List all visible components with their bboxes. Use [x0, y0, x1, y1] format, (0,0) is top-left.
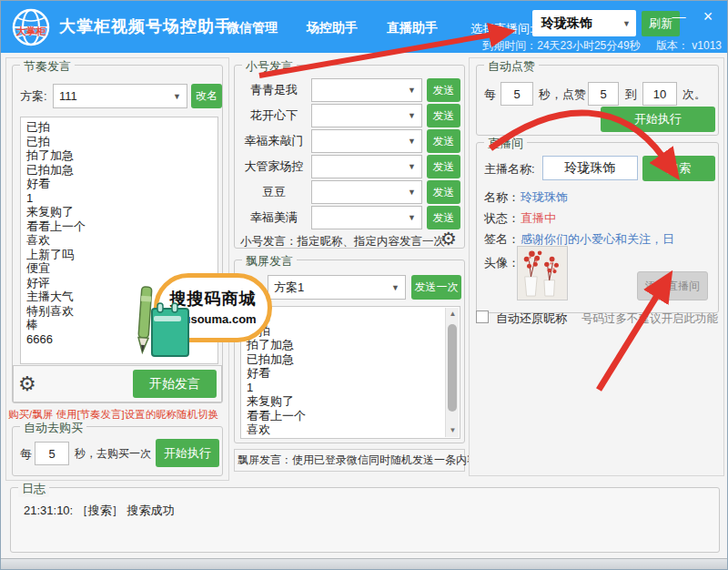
chevron-down-icon: ▼: [173, 92, 181, 101]
alt-message-dropdown[interactable]: ▼: [311, 129, 422, 153]
send-button[interactable]: 发送: [427, 129, 460, 153]
alt-account-title: 小号发言: [242, 58, 297, 75]
expire-info: 到期时间：24天23小时25分49秒 版本： v1013: [482, 38, 722, 54]
auto-like-max-input[interactable]: [642, 82, 677, 106]
send-once-button[interactable]: 发送一次: [411, 275, 461, 300]
restore-nickname-label: 自动还原昵称: [496, 310, 567, 327]
alt-message-dropdown[interactable]: ▼: [311, 206, 422, 229]
auto-buy-group: 自动去购买 每 秒，去购买一次 开始执行: [12, 426, 223, 476]
log-group: 日志 21:31:10: ［搜索］ 搜索成功: [10, 487, 720, 553]
auto-like-interval-input[interactable]: [500, 82, 533, 106]
app-window: 大掌柜 大掌柜视频号场控助手 微信管理 场控助手 直播助手 选择直播间: 玲珑珠…: [0, 0, 728, 570]
rhythm-plan-dropdown[interactable]: 111 ▼: [53, 84, 187, 108]
auto-like-mid-label: 秒，点赞: [539, 87, 586, 103]
room-status-label: 状态：: [484, 210, 520, 227]
version-label: 版本： v1013: [656, 39, 722, 52]
alt-message-dropdown[interactable]: ▼: [311, 78, 422, 102]
log-title: 日志: [18, 481, 49, 497]
chevron-down-icon: ▼: [408, 188, 416, 197]
tab-wechat-manage[interactable]: 微信管理: [227, 20, 278, 36]
auto-buy-every-label: 每: [20, 446, 32, 463]
float-plan-value: 方案1: [274, 280, 391, 296]
chevron-down-icon: ▼: [408, 86, 416, 95]
anchor-name-input[interactable]: [542, 156, 638, 180]
send-button[interactable]: 发送: [427, 206, 460, 229]
auto-buy-suffix-label: 秒，去购买一次: [75, 446, 151, 462]
auto-like-to-label: 到: [625, 87, 637, 103]
alt-message-dropdown[interactable]: ▼: [311, 180, 422, 204]
send-button[interactable]: 发送: [427, 180, 460, 204]
alt-account-speech-group: 小号发言 青青是我 ▼ 发送 花开心下 ▼ 发送 幸福来敲门 ▼ 发送 大管家场…: [234, 65, 465, 249]
chevron-down-icon: ▼: [391, 283, 399, 292]
gear-icon[interactable]: ⚙: [18, 374, 36, 394]
chevron-down-icon: ▼: [622, 19, 631, 28]
alt-account-name: 大管家场控: [237, 158, 311, 175]
room-select-dropdown[interactable]: 玲珑珠饰 ▼: [532, 10, 636, 36]
room-name-value: 玲珑珠饰: [521, 189, 568, 206]
live-room-title: 直播间: [484, 136, 527, 152]
alt-account-name: 豆豆: [237, 184, 311, 200]
auto-buy-interval-input[interactable]: [35, 442, 69, 465]
room-sign-label: 签名：: [484, 231, 520, 248]
close-icon[interactable]: ×: [698, 6, 718, 26]
room-select-label: 选择直播间:: [470, 21, 533, 37]
alt-message-dropdown[interactable]: ▼: [311, 104, 422, 127]
search-button[interactable]: 搜索: [642, 156, 715, 181]
float-plan-dropdown[interactable]: 方案1 ▼: [268, 275, 406, 300]
float-message-list: 已拍 已拍 拍了加急 已拍加急 好看 1 来复购了 看看上一个 喜欢 上新了吗 …: [241, 307, 441, 438]
chevron-down-icon: ▼: [408, 162, 416, 171]
chevron-down-icon: ▼: [408, 111, 416, 120]
logo-text: 大掌柜: [8, 25, 54, 38]
watermark-pen-notebook-icon: [126, 280, 192, 361]
chevron-down-icon: ▼: [408, 213, 416, 222]
alt-message-dropdown[interactable]: ▼: [311, 155, 422, 178]
plan-label: 方案:: [20, 88, 47, 105]
tab-scene-assistant[interactable]: 场控助手: [307, 20, 358, 36]
alt-account-name: 青青是我: [237, 82, 311, 98]
alt-row: 幸福来敲门 ▼ 发送: [237, 129, 460, 153]
start-speech-button[interactable]: 开始发言: [133, 370, 217, 398]
auto-buy-start-button[interactable]: 开始执行: [156, 439, 219, 467]
float-message-listbox[interactable]: 已拍 已拍 拍了加急 已拍加急 好看 1 来复购了 看看上一个 喜欢 上新了吗 …: [240, 306, 460, 439]
send-button[interactable]: 发送: [427, 104, 460, 127]
scrollbar[interactable]: ▲ ▼: [445, 308, 459, 437]
add-live-room-button[interactable]: 添加直播间: [637, 271, 708, 300]
alt-row: 大管家场控 ▼ 发送: [237, 155, 460, 178]
scrollbar-thumb[interactable]: [448, 324, 457, 412]
room-status-value: 直播中: [521, 210, 556, 227]
minimize-icon[interactable]: —: [669, 6, 689, 26]
avatar-image: [517, 246, 568, 300]
rhythm-toolbar: ⚙ 开始发言: [13, 365, 222, 402]
log-entry: 21:31:10: ［搜索］ 搜索成功: [24, 503, 174, 519]
float-panel-note: 飘屏发言：使用已登录微信同时随机发送一条内容: [238, 453, 478, 468]
alt-account-name: 幸福来敲门: [237, 133, 311, 149]
float-screen-title: 飘屏发言: [242, 253, 297, 270]
room-select-value: 玲珑珠饰: [541, 15, 622, 32]
auto-like-title: 自动点赞: [484, 58, 539, 75]
scroll-down-icon[interactable]: ▼: [446, 424, 460, 437]
auto-like-every-label: 每: [484, 87, 496, 103]
send-button[interactable]: 发送: [427, 155, 460, 178]
window-bottom-edge: [1, 558, 728, 570]
alt-account-name: 幸福美满: [237, 209, 311, 226]
alt-row: 青青是我 ▼ 发送: [237, 78, 460, 102]
alt-row: 花开心下 ▼ 发送: [237, 104, 460, 127]
gear-icon[interactable]: ⚙: [440, 229, 457, 248]
rhythm-speech-title: 节奏发言: [20, 58, 75, 75]
auto-like-min-input[interactable]: [588, 82, 619, 106]
scroll-up-icon[interactable]: ▲: [446, 308, 460, 321]
tab-live-assistant[interactable]: 直播助手: [387, 20, 438, 36]
send-button[interactable]: 发送: [427, 78, 460, 102]
alt-panel-note: 小号发言：指定昵称、指定内容发言一次: [240, 234, 445, 249]
title-bar: 大掌柜 大掌柜视频号场控助手 微信管理 场控助手 直播助手 选择直播间: 玲珑珠…: [1, 1, 728, 53]
auto-like-group: 自动点赞 每 秒，点赞 到 次。 开始执行: [476, 65, 719, 136]
anchor-name-label: 主播名称:: [484, 161, 535, 178]
restore-nickname-checkbox[interactable]: [476, 310, 489, 323]
room-name-label: 名称：: [484, 189, 520, 206]
rename-button[interactable]: 改名: [191, 84, 222, 108]
app-title: 大掌柜视频号场控助手: [59, 15, 232, 37]
auto-like-start-button[interactable]: 开始执行: [601, 107, 715, 132]
auto-buy-title: 自动去购买: [20, 420, 86, 436]
alt-rows: 青青是我 ▼ 发送 花开心下 ▼ 发送 幸福来敲门 ▼ 发送 大管家场控 ▼ 发…: [237, 78, 460, 231]
live-room-group: 直播间 主播名称: 搜索 名称： 玲珑珠饰 状态： 直播中 签名： 感谢你们的小…: [476, 142, 719, 313]
